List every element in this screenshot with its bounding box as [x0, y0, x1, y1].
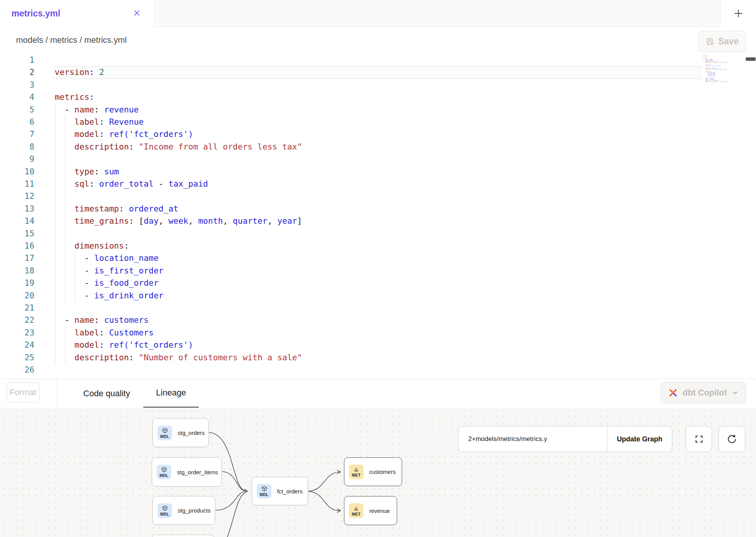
minimap[interactable]: version: 2 metrics: - name: revenue labe… — [703, 55, 728, 85]
breadcrumb: models / metrics / metrics.yml — [16, 27, 127, 54]
lineage-node-customers[interactable]: METcustomers — [344, 457, 402, 486]
tab-lineage[interactable]: Lineage — [143, 379, 199, 408]
model-icon: MDL — [157, 426, 172, 440]
chevron-down-icon — [732, 389, 738, 396]
code-line[interactable]: type: sum — [55, 166, 119, 178]
node-label: stg_orders — [178, 430, 205, 436]
node-label: revenue — [369, 508, 390, 514]
line-number: 1 — [0, 54, 34, 66]
copilot-label: dbt Copilot — [683, 388, 727, 398]
line-number: 16 — [0, 240, 34, 252]
ide-window: metrics.yml models / metrics / metrics.y… — [0, 0, 756, 537]
code-line[interactable]: model: ref('fct_orders') — [55, 128, 193, 140]
code-line[interactable]: - location_name — [55, 252, 159, 264]
code-line[interactable]: model: ref('fct_orders') — [55, 339, 193, 351]
scrollbar-thumb[interactable] — [746, 57, 756, 61]
code-line[interactable]: dimensions: — [55, 240, 129, 252]
lineage-node-revenue[interactable]: METrevenue — [344, 496, 397, 525]
dbt-logo-icon — [668, 388, 678, 398]
line-number: 14 — [0, 215, 34, 227]
code-line[interactable]: description: "Income from all orders les… — [55, 141, 302, 153]
code-line[interactable]: - name: customers — [55, 314, 149, 326]
code-line[interactable]: - name: revenue — [55, 104, 139, 116]
dbt-copilot-button[interactable]: dbt Copilot — [660, 382, 746, 404]
fullscreen-icon — [694, 434, 704, 444]
code-line[interactable]: label: Customers — [55, 327, 154, 339]
save-button[interactable]: Save — [698, 31, 746, 52]
editor-toolbar: Format Code quality Lineage dbt Copilot — [0, 379, 756, 408]
fullscreen-button[interactable] — [686, 426, 712, 452]
line-number: 22 — [0, 314, 34, 326]
line-number: 21 — [0, 302, 34, 314]
code-editor[interactable]: 12version: 234metrics:5 - name: revenue6… — [0, 54, 756, 379]
update-graph-button[interactable]: Update Graph — [607, 426, 672, 452]
node-label: stg_products — [178, 507, 211, 514]
lineage-node-offscreen_model[interactable]: MDL — [152, 535, 214, 537]
breadcrumb-row: models / metrics / metrics.yml Save — [0, 27, 756, 54]
line-number: 9 — [0, 153, 34, 165]
code-line[interactable]: - is_food_order — [55, 277, 159, 289]
lineage-selector-input[interactable] — [458, 426, 607, 452]
lineage-node-fct_orders[interactable]: MDLfct_orders — [252, 477, 308, 505]
metric-icon: MET — [349, 503, 363, 518]
new-tab-button[interactable] — [720, 0, 756, 27]
line-number: 24 — [0, 339, 34, 351]
line-number: 10 — [0, 166, 34, 178]
line-number: 3 — [0, 79, 34, 91]
model-icon: MDL — [257, 484, 271, 498]
lineage-node-stg_products[interactable]: MDLstg_products — [152, 496, 215, 525]
line-number: 7 — [0, 128, 34, 140]
tab-bar: metrics.yml — [0, 0, 756, 27]
model-icon: MDL — [157, 465, 171, 479]
line-number: 6 — [0, 116, 34, 128]
line-number: 15 — [0, 228, 34, 240]
lineage-selector: Update Graph — [458, 426, 672, 452]
line-number: 17 — [0, 252, 34, 264]
line-number: 13 — [0, 203, 34, 215]
line-number: 18 — [0, 265, 34, 277]
refresh-button[interactable] — [719, 426, 745, 452]
lineage-node-stg_orders[interactable]: MDLstg_orders — [152, 418, 209, 447]
tab-metrics-yml[interactable]: metrics.yml — [0, 0, 154, 27]
save-icon — [706, 37, 714, 46]
code-line[interactable]: time_grains: [day, week, month, quarter,… — [55, 215, 302, 227]
refresh-icon — [727, 434, 737, 444]
save-label: Save — [718, 36, 739, 47]
line-number: 20 — [0, 290, 34, 302]
line-number: 5 — [0, 104, 34, 116]
line-number: 11 — [0, 178, 34, 190]
line-number: 25 — [0, 351, 34, 364]
line-number: 26 — [0, 364, 34, 376]
tab-label: metrics.yml — [11, 8, 60, 19]
line-number: 23 — [0, 327, 34, 339]
code-line[interactable]: description: "Number of customers with a… — [55, 351, 302, 364]
lineage-node-stg_order_items[interactable]: MDLstg_order_items — [152, 457, 222, 487]
node-label: fct_orders — [277, 488, 303, 495]
line-number: 19 — [0, 277, 34, 289]
lineage-canvas[interactable]: MDLstg_ordersMDLstg_order_itemsMDLstg_pr… — [0, 408, 756, 537]
line-number: 2 — [0, 66, 34, 78]
code-line[interactable]: sql: order_total - tax_paid — [55, 178, 208, 190]
tab-code-quality[interactable]: Code quality — [81, 379, 133, 408]
node-label: customers — [369, 469, 396, 475]
tab-strip-empty — [154, 0, 720, 27]
toolbar-divider — [57, 379, 57, 408]
line-number: 4 — [0, 91, 34, 103]
model-icon: MDL — [157, 503, 172, 518]
line-number: 8 — [0, 141, 34, 153]
code-line[interactable]: - is_drink_order — [55, 290, 164, 302]
code-line[interactable]: - is_first_order — [55, 265, 164, 277]
line-number: 12 — [0, 190, 34, 202]
plus-icon — [733, 8, 743, 18]
code-line[interactable]: label: Revenue — [55, 116, 144, 128]
close-icon[interactable] — [133, 10, 140, 16]
metric-icon: MET — [349, 465, 363, 479]
code-line[interactable]: timestamp: ordered_at — [55, 203, 178, 215]
node-label: stg_order_items — [177, 469, 218, 475]
code-line[interactable]: metrics: — [55, 91, 94, 103]
format-button[interactable]: Format — [6, 382, 39, 402]
code-line[interactable]: version: 2 — [55, 66, 104, 78]
